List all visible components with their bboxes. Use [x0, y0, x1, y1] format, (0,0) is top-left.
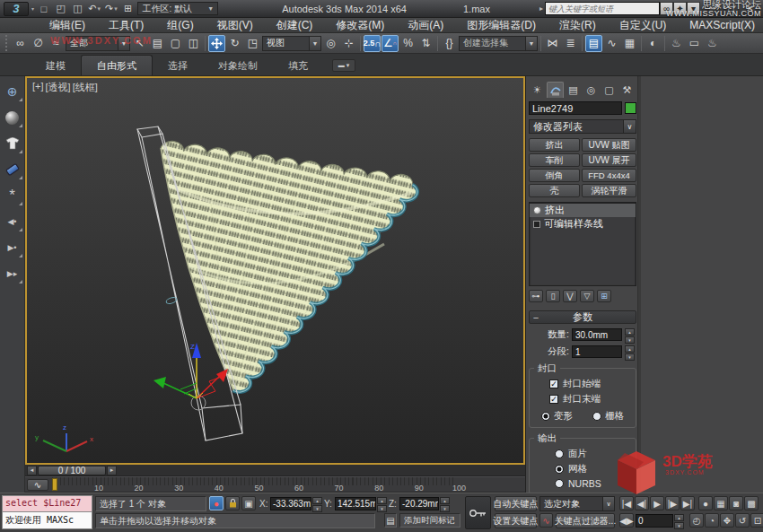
morph-radio[interactable]: 变形: [531, 410, 583, 423]
cap-start-checkbox[interactable]: ✓ 封口始端: [549, 378, 634, 390]
ribbon-minimize-dropdown-icon[interactable]: ▬ ▾: [332, 59, 355, 72]
absolute-offset-mode-icon[interactable]: ▣: [241, 496, 256, 510]
undo-icon[interactable]: ↶▾: [87, 2, 101, 16]
edit-named-selection-sets-icon[interactable]: {}: [441, 35, 458, 52]
percent-snap-toggle-icon[interactable]: %: [399, 35, 417, 52]
patch-radio[interactable]: 面片: [555, 448, 634, 460]
pin-stack-icon[interactable]: ⊶: [529, 290, 543, 302]
segments-spinner[interactable]: ▴▾: [625, 345, 635, 358]
amount-field[interactable]: 30.0mm: [572, 328, 622, 341]
search-toggle-icon[interactable]: ▸: [539, 4, 543, 13]
lathe-button[interactable]: 车削: [529, 153, 580, 167]
mirror-icon[interactable]: ⋈: [544, 35, 561, 52]
reference-coordinate-system-dropdown[interactable]: 视图 ▼: [262, 36, 321, 51]
minimize-button[interactable]: ─: [703, 2, 722, 16]
ribbon-tab-selection[interactable]: 选择: [153, 56, 203, 75]
maxscript-listener-pink[interactable]: select $Line27: [2, 495, 92, 512]
show-end-result-icon[interactable]: ▯: [546, 290, 560, 302]
goto-frame-icon[interactable]: ◀▶: [619, 513, 634, 528]
add-time-tag[interactable]: 添加时间标记: [399, 513, 460, 528]
time-slider-handle[interactable]: 0 / 100: [38, 466, 106, 475]
maxscript-listener-white[interactable]: 欢迎使用 MAXSc: [2, 512, 92, 529]
current-frame-field[interactable]: 0: [636, 514, 673, 528]
tab-hierarchy-icon[interactable]: ▤: [565, 82, 582, 98]
expand-toggle-icon[interactable]: [533, 221, 540, 228]
ribbon-tab-populate[interactable]: 填充: [273, 56, 323, 75]
segments-field[interactable]: 1: [572, 345, 622, 358]
menu-graph-editors[interactable]: 图形编辑器(D): [455, 18, 548, 32]
angle-snap-toggle-icon[interactable]: ∠∩: [382, 35, 399, 52]
isolate-region-icon[interactable]: ◙: [729, 496, 743, 510]
named-selection-sets-dropdown[interactable]: 创建选择集 ▼: [459, 36, 538, 51]
panel-scrollbar[interactable]: [637, 76, 641, 493]
search-binoculars-icon[interactable]: ∞: [660, 2, 673, 15]
rendered-frame-window-icon[interactable]: ▭: [686, 35, 703, 52]
extrude-button[interactable]: 挤出: [529, 138, 580, 152]
viewport-general-menu[interactable]: [+]: [32, 81, 44, 94]
grid-radio[interactable]: 栅格: [583, 410, 634, 423]
viewport-shading-menu[interactable]: [线框]: [73, 81, 98, 94]
menu-animation[interactable]: 动画(A): [396, 18, 455, 32]
sign-in-key-icon[interactable]: ✦: [673, 2, 687, 15]
open-file-icon[interactable]: ◰: [54, 2, 68, 16]
next-frame-icon[interactable]: ▸: [107, 466, 117, 475]
cap-end-checkbox[interactable]: ✓ 封口末端: [549, 393, 634, 406]
parameters-rollout-header[interactable]: − 参数: [529, 310, 636, 324]
configure-modifier-sets-icon[interactable]: ⊞: [597, 290, 611, 302]
isolate-selection-toggle-icon[interactable]: ●: [209, 496, 224, 510]
select-and-scale-icon[interactable]: ◳: [244, 35, 261, 52]
nurbs-radio[interactable]: NURBS: [555, 478, 634, 489]
menu-modifiers[interactable]: 修改器(M): [324, 18, 396, 32]
simulate-step-forward-icon[interactable]: ▶▸: [2, 263, 23, 284]
use-pivot-point-center-icon[interactable]: ◎: [322, 35, 339, 52]
zoom-tool-icon[interactable]: ◔: [705, 513, 719, 528]
bevel-button[interactable]: 倒角: [529, 169, 580, 182]
make-unique-icon[interactable]: ⋁: [563, 290, 577, 302]
time-marker[interactable]: [52, 478, 57, 491]
render-setup-icon[interactable]: ♨: [668, 35, 685, 52]
viewport-layout-tab-icon[interactable]: ⊕: [2, 81, 23, 102]
shell-button[interactable]: 壳: [529, 184, 580, 197]
snaps-toggle-icon[interactable]: 2.5∩: [364, 35, 381, 52]
select-and-link-icon[interactable]: ∞: [12, 35, 29, 52]
y-spinner[interactable]: ▴▾: [377, 497, 387, 510]
viewport-canvas[interactable]: Z z x y: [27, 78, 525, 465]
render-region-icon[interactable]: ▩: [744, 496, 759, 510]
amount-spinner[interactable]: ▴▾: [625, 328, 635, 341]
menu-customize[interactable]: 自定义(U): [608, 18, 679, 32]
project-folder-icon[interactable]: ⊞: [121, 2, 136, 16]
app-logo-icon[interactable]: 3: [4, 2, 29, 16]
maximize-button[interactable]: □: [722, 2, 741, 16]
selection-lock-toggle-icon[interactable]: [225, 496, 240, 510]
menu-rendering[interactable]: 渲染(R): [548, 18, 608, 32]
set-key-button[interactable]: 设置关键点: [495, 513, 537, 528]
previous-frame-icon[interactable]: ◂: [27, 466, 37, 475]
key-mode-toggle-icon[interactable]: ●: [698, 496, 713, 510]
tab-motion-icon[interactable]: ◎: [583, 82, 600, 98]
tab-create-icon[interactable]: ☀: [529, 82, 546, 98]
help-dropdown-icon[interactable]: ▾: [687, 2, 700, 15]
frame-spinner[interactable]: ▴▾: [674, 514, 684, 527]
auto-key-button[interactable]: 自动关键点: [495, 496, 537, 511]
set-key-mode-icon[interactable]: [465, 496, 491, 529]
perspective-viewport[interactable]: Z z x y [+] [透视] [线框]: [25, 76, 525, 465]
menu-edit[interactable]: 编辑(E): [38, 18, 97, 32]
redo-icon[interactable]: ↷▾: [104, 2, 118, 16]
open-listener-window-icon[interactable]: ▤: [384, 513, 397, 528]
curve-editor-icon[interactable]: ∿: [603, 35, 620, 52]
ribbon-tab-modeling[interactable]: 建模: [31, 56, 81, 75]
bind-to-space-warp-icon[interactable]: ≈: [48, 35, 65, 52]
spinner-snap-toggle-icon[interactable]: ⇅: [417, 35, 434, 52]
material-editor-icon[interactable]: ◐: [645, 35, 662, 52]
uvw-map-button[interactable]: UVW 贴图: [582, 138, 636, 152]
toolbar-grip[interactable]: [5, 35, 8, 51]
ffd-button[interactable]: FFD 4x4x4: [582, 169, 636, 182]
schematic-view-icon[interactable]: ▦: [621, 35, 638, 52]
menu-group[interactable]: 组(G): [155, 18, 205, 32]
new-file-icon[interactable]: □: [37, 2, 51, 16]
go-to-end-icon[interactable]: ▶|: [680, 496, 695, 510]
stack-item-editable-spline[interactable]: 可编辑样条线: [530, 217, 636, 231]
close-button[interactable]: ✕: [741, 2, 759, 16]
stack-item-extrude[interactable]: 挤出: [530, 204, 636, 217]
remove-modifier-icon[interactable]: ▽: [580, 290, 594, 302]
